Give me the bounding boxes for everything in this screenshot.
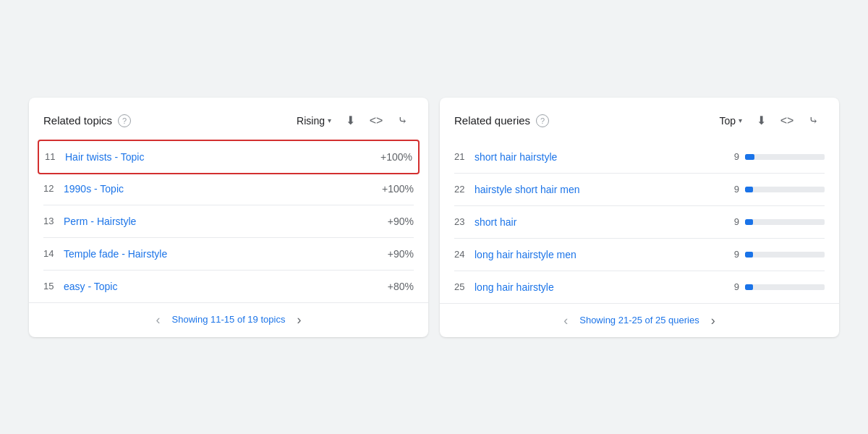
table-row: 25 long hair hairstyle 9 (454, 271, 825, 303)
table-row: 11 Hair twists - Topic +100% (38, 140, 420, 174)
table-row: 23 short hair 9 (454, 206, 825, 239)
row-value: +90% (388, 216, 414, 227)
left-next-button[interactable]: › (297, 313, 301, 326)
related-queries-title: Related queries (454, 114, 530, 127)
bar-value: 9 (731, 216, 739, 227)
left-table-body: 11 Hair twists - Topic +100% 12 1990s - … (29, 140, 428, 302)
bar-container: 9 (731, 249, 825, 260)
row-number: 21 (454, 151, 475, 162)
left-filter-dropdown[interactable]: Rising ▾ (292, 112, 336, 129)
bar-container: 9 (731, 184, 825, 195)
main-container: Related topics ? Rising ▾ ⬇ <> ⤷ 11 Hair… (14, 83, 854, 352)
bar-value: 9 (731, 151, 739, 162)
table-row: 22 hairstyle short hair men 9 (454, 174, 825, 206)
left-header-right: Rising ▾ ⬇ <> ⤷ (292, 109, 414, 132)
row-label[interactable]: long hair hairstyle (475, 281, 731, 293)
bar-fill (745, 284, 753, 290)
right-help-icon[interactable]: ? (536, 114, 549, 127)
bar-fill (745, 219, 753, 225)
row-number: 22 (454, 184, 475, 195)
bar-fill (745, 154, 754, 160)
related-topics-title: Related topics (43, 114, 112, 127)
row-label[interactable]: Perm - Hairstyle (64, 216, 382, 227)
bar-wrapper (745, 154, 825, 160)
row-label[interactable]: 1990s - Topic (64, 183, 376, 195)
row-value: +100% (382, 183, 414, 195)
left-card-header: Related topics ? Rising ▾ ⬇ <> ⤷ (29, 98, 428, 141)
row-value: +90% (388, 248, 414, 260)
row-number: 15 (43, 281, 64, 292)
row-label[interactable]: short hair hairstyle (475, 151, 731, 163)
right-share-button[interactable]: ⤷ (801, 109, 825, 132)
row-label[interactable]: easy - Topic (64, 281, 382, 292)
bar-container: 9 (731, 216, 825, 227)
row-label[interactable]: long hair hairstyle men (475, 249, 731, 260)
table-row: 21 short hair hairstyle 9 (454, 141, 825, 174)
bar-fill (745, 187, 753, 192)
bar-value: 9 (731, 281, 739, 292)
left-dropdown-arrow-icon: ▾ (328, 116, 331, 124)
left-help-icon[interactable]: ? (118, 114, 131, 127)
left-filter-label: Rising (297, 115, 325, 127)
bar-container: 9 (731, 151, 825, 162)
table-row: 24 long hair hairstyle men 9 (454, 239, 825, 271)
row-number: 11 (45, 151, 65, 162)
row-label[interactable]: hairstyle short hair men (475, 184, 731, 195)
bar-wrapper (745, 219, 825, 225)
left-code-button[interactable]: <> (365, 109, 388, 132)
bar-fill (745, 252, 753, 258)
row-label[interactable]: Hair twists - Topic (65, 151, 375, 163)
left-card-footer: ‹ Showing 11-15 of 19 topics › (29, 302, 428, 336)
right-filter-dropdown[interactable]: Top ▾ (715, 112, 746, 129)
right-card-header: Related queries ? Top ▾ ⬇ <> ⤷ (440, 98, 839, 141)
left-pagination-text[interactable]: Showing 11-15 of 19 topics (172, 314, 286, 325)
left-prev-button[interactable]: ‹ (156, 313, 161, 326)
right-dropdown-arrow-icon: ▾ (739, 116, 742, 124)
related-topics-card: Related topics ? Rising ▾ ⬇ <> ⤷ 11 Hair… (29, 98, 428, 337)
left-header-left: Related topics ? (43, 114, 131, 127)
row-number: 25 (454, 281, 475, 292)
row-label[interactable]: Temple fade - Hairstyle (64, 248, 382, 260)
row-value: +80% (388, 281, 414, 292)
related-queries-card: Related queries ? Top ▾ ⬇ <> ⤷ 21 short … (440, 98, 839, 337)
right-header-left: Related queries ? (454, 114, 549, 127)
row-number: 24 (454, 249, 475, 260)
bar-wrapper (745, 187, 825, 192)
bar-value: 9 (731, 184, 739, 195)
right-download-button[interactable]: ⬇ (749, 109, 773, 132)
table-row: 15 easy - Topic +80% (43, 271, 414, 302)
right-next-button[interactable]: › (711, 314, 715, 327)
right-table-body: 21 short hair hairstyle 9 22 hairstyle s… (440, 141, 839, 303)
bar-wrapper (745, 284, 825, 290)
row-value: +100% (380, 151, 412, 163)
bar-value: 9 (731, 249, 739, 260)
right-pagination-text[interactable]: Showing 21-25 of 25 queries (579, 315, 699, 326)
right-code-button[interactable]: <> (775, 109, 799, 132)
left-share-button[interactable]: ⤷ (391, 109, 414, 132)
bar-wrapper (745, 252, 825, 258)
left-download-button[interactable]: ⬇ (339, 109, 362, 132)
table-row: 13 Perm - Hairstyle +90% (43, 205, 414, 238)
table-row: 14 Temple fade - Hairstyle +90% (43, 238, 414, 271)
right-prev-button[interactable]: ‹ (563, 314, 568, 327)
row-number: 13 (43, 216, 64, 226)
row-number: 23 (454, 216, 475, 227)
right-header-right: Top ▾ ⬇ <> ⤷ (715, 109, 825, 132)
row-label[interactable]: short hair (475, 216, 731, 228)
row-number: 12 (43, 183, 64, 194)
table-row: 12 1990s - Topic +100% (43, 173, 414, 205)
row-number: 14 (43, 248, 64, 259)
right-filter-label: Top (719, 115, 736, 127)
right-card-footer: ‹ Showing 21-25 of 25 queries › (440, 303, 839, 337)
bar-container: 9 (731, 281, 825, 292)
